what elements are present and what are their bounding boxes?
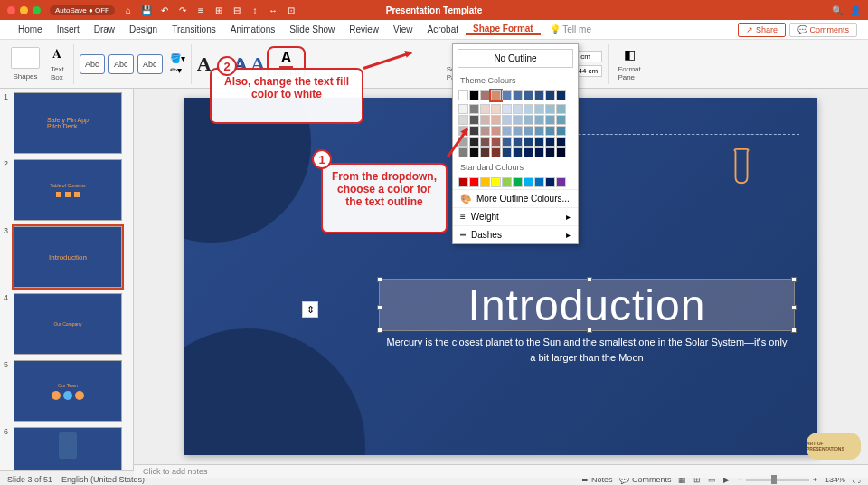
slide-counter[interactable]: Slide 3 of 51 bbox=[7, 475, 52, 484]
autofit-icon[interactable]: ⇕ bbox=[302, 301, 318, 318]
tab-animations[interactable]: Animations bbox=[223, 24, 282, 34]
text-outline-dropdown: No Outline Theme Colours Rose, Text 2 St… bbox=[452, 43, 579, 244]
user-icon[interactable]: 👤 bbox=[850, 5, 861, 15]
ribbon: Shapes 𝐀Text Box AbcAbcAbc 🪣▾ ✏▾ AAAA AT… bbox=[0, 40, 868, 89]
tab-design[interactable]: Design bbox=[122, 24, 165, 34]
tell-me[interactable]: 💡 Tell me bbox=[550, 24, 591, 34]
tab-home[interactable]: Home bbox=[11, 24, 50, 34]
shape-fill-icon[interactable]: 🪣▾ bbox=[170, 53, 185, 63]
ribbon-tabs: Home Insert Draw Design Transitions Anim… bbox=[0, 20, 868, 40]
quick-access-toolbar[interactable]: ⌂💾 ↶↷ ≡⊞ ⊟↕ ↔⊡ bbox=[122, 4, 297, 16]
safety-pin-icon bbox=[729, 147, 754, 185]
watermark: ART OF PRESENTATIONS bbox=[807, 433, 861, 460]
callout-1: From the dropdown, choose a color for th… bbox=[321, 163, 448, 233]
tab-draw[interactable]: Draw bbox=[87, 24, 122, 34]
language[interactable]: English (United States) bbox=[61, 475, 145, 484]
shapes-group[interactable]: Shapes bbox=[7, 43, 43, 86]
main-area: 1Safety Pin App Pitch Deck 2Table of Con… bbox=[0, 89, 868, 470]
thumb-5[interactable]: 5Our Team bbox=[4, 360, 129, 422]
tab-review[interactable]: Review bbox=[342, 24, 386, 34]
redo-icon[interactable]: ↷ bbox=[176, 4, 189, 16]
tab-insert[interactable]: Insert bbox=[50, 24, 87, 34]
subtitle-text[interactable]: Mercury is the closest planet to the Sun… bbox=[383, 335, 790, 365]
qat-icon[interactable]: ⊡ bbox=[285, 4, 297, 16]
qat-icon[interactable]: ≡ bbox=[194, 4, 207, 16]
home-icon[interactable]: ⌂ bbox=[122, 4, 135, 16]
search-icon[interactable]: 🔍 bbox=[832, 5, 843, 15]
share-button[interactable]: ↗ Share bbox=[738, 23, 786, 37]
document-title: Presentation Template bbox=[386, 5, 483, 15]
save-icon[interactable]: 💾 bbox=[140, 4, 153, 16]
thumb-6[interactable]: 6 bbox=[4, 427, 129, 470]
no-outline-option[interactable]: No Outline bbox=[458, 49, 573, 68]
weight-menu[interactable]: ≡ Weight▸ bbox=[453, 207, 578, 225]
qat-icon[interactable]: ↔ bbox=[267, 4, 279, 16]
callout-badge-1: 1 bbox=[312, 149, 332, 169]
theme-tints[interactable] bbox=[453, 102, 578, 159]
tab-slideshow[interactable]: Slide Show bbox=[282, 24, 342, 34]
format-pane[interactable]: ◧Format Pane bbox=[614, 43, 644, 86]
shape-styles[interactable]: AbcAbcAbc bbox=[80, 54, 163, 74]
more-colors[interactable]: 🎨 More Outline Colours... bbox=[453, 189, 578, 207]
tab-transitions[interactable]: Transitions bbox=[165, 24, 223, 34]
thumb-3[interactable]: 3Introduction bbox=[4, 226, 129, 288]
window-controls[interactable] bbox=[7, 6, 41, 14]
tab-shape-format[interactable]: Shape Format bbox=[466, 24, 541, 35]
autosave-toggle[interactable]: AutoSave ● OFF bbox=[50, 5, 115, 15]
theme-swatches[interactable] bbox=[453, 89, 578, 102]
tab-acrobat[interactable]: Acrobat bbox=[420, 24, 466, 34]
title-textbox[interactable]: Introduction bbox=[379, 279, 795, 331]
qat-icon[interactable]: ⊟ bbox=[231, 4, 243, 16]
standard-swatches[interactable] bbox=[453, 176, 578, 189]
callout-badge-2: 2 bbox=[217, 56, 237, 76]
qat-icon[interactable]: ↕ bbox=[249, 4, 261, 16]
dashes-menu[interactable]: ┅ Dashes▸ bbox=[453, 225, 578, 243]
thumb-1[interactable]: 1Safety Pin App Pitch Deck bbox=[4, 92, 129, 154]
thumb-4[interactable]: 4Our Company bbox=[4, 293, 129, 355]
textbox-group[interactable]: 𝐀Text Box bbox=[47, 43, 68, 86]
shape-outline-icon[interactable]: ✏▾ bbox=[170, 65, 185, 75]
qat-icon[interactable]: ⊞ bbox=[212, 4, 225, 16]
notes-placeholder[interactable]: Click to add notes bbox=[134, 464, 868, 478]
slide-thumbnails: 1Safety Pin App Pitch Deck 2Table of Con… bbox=[0, 89, 134, 470]
tab-view[interactable]: View bbox=[386, 24, 420, 34]
comments-button[interactable]: 💬 Comments bbox=[789, 23, 857, 37]
thumb-2[interactable]: 2Table of Contents bbox=[4, 159, 129, 221]
titlebar: AutoSave ● OFF ⌂💾 ↶↷ ≡⊞ ⊟↕ ↔⊡ Presentati… bbox=[0, 0, 868, 20]
undo-icon[interactable]: ↶ bbox=[158, 4, 171, 16]
callout-2: Also, change the text fill color to whit… bbox=[210, 68, 363, 124]
